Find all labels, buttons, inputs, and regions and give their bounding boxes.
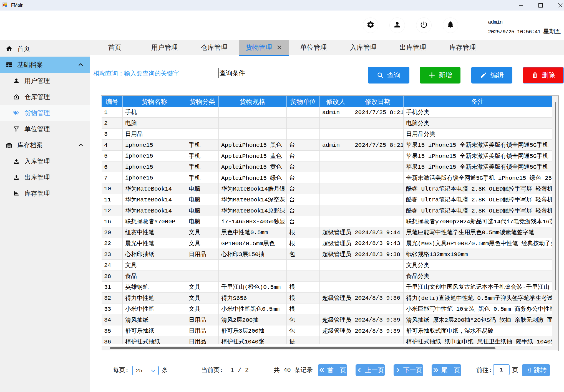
table-row[interactable]: 22晨光中性笔文具GP1008/0.5mm黑色根超级管理员2024/8/3 9:… bbox=[102, 238, 552, 249]
cell: 电脑 bbox=[186, 216, 219, 227]
sidebar-item-stock-mgmt[interactable]: 库存管理 bbox=[0, 185, 90, 201]
per-page-select[interactable]: 25 bbox=[132, 366, 159, 375]
horizontal-scrollbar[interactable] bbox=[102, 346, 552, 350]
table-column-header[interactable]: 编号 bbox=[102, 96, 123, 107]
table-row[interactable]: 11华为MateBook14电脑华为MateBook14深空灰台酷睿 Ultra… bbox=[102, 194, 552, 205]
cell bbox=[320, 271, 352, 282]
tab-stock-mgmt[interactable]: 库存管理 bbox=[438, 40, 487, 55]
settings-button[interactable] bbox=[363, 17, 378, 33]
home-icon bbox=[6, 45, 12, 52]
table-row[interactable]: 16联想拯救者Y7000P电脑i7-14650HX-4050独显台联想拯救者y7… bbox=[102, 216, 552, 227]
tab-unit-mgmt[interactable]: 单位管理 bbox=[289, 40, 338, 55]
cell bbox=[352, 172, 404, 183]
cell: 文具 bbox=[186, 293, 219, 304]
logout-button[interactable] bbox=[416, 17, 432, 33]
vertical-scrollbar[interactable] bbox=[552, 96, 558, 350]
close-button[interactable] bbox=[551, 0, 564, 11]
sidebar-item-inbound-mgmt[interactable]: 入库管理 bbox=[0, 153, 90, 169]
sidebar-item-outbound-mgmt[interactable]: 出库管理 bbox=[0, 169, 90, 185]
table-column-header[interactable]: 货物分类 bbox=[186, 96, 219, 107]
tab-user-mgmt[interactable]: 用户管理 bbox=[140, 40, 189, 55]
sidebar-item-warehouse-mgmt[interactable]: 仓库管理 bbox=[0, 89, 90, 105]
table-row[interactable]: 12华为MateBook14电脑华为MateBook14原野绿台酷睿 Ultra… bbox=[102, 205, 552, 216]
search-input[interactable] bbox=[218, 68, 360, 78]
vertical-scrollbar-thumb[interactable] bbox=[555, 102, 556, 290]
sidebar-item-label: 货物管理 bbox=[24, 109, 50, 117]
table-column-header[interactable]: 货物规格 bbox=[219, 96, 287, 107]
query-button[interactable]: 查询 bbox=[368, 67, 409, 84]
add-button[interactable]: 新增 bbox=[420, 67, 460, 84]
cell: 超级管理员 bbox=[320, 314, 352, 325]
cell: 台 bbox=[287, 183, 320, 194]
tab-close-icon[interactable] bbox=[276, 44, 282, 50]
tab-inbound-mgmt[interactable]: 入库管理 bbox=[338, 40, 388, 55]
cell: 华为MateBook14 bbox=[123, 183, 186, 194]
table-row[interactable]: 3日用品日用品分类 bbox=[102, 129, 552, 140]
table-row[interactable]: 2电脑电脑分类 bbox=[102, 118, 552, 128]
cell: 得力S656 bbox=[219, 293, 287, 304]
jump-button[interactable]: 跳转 bbox=[522, 364, 550, 376]
sidebar-item-goods-mgmt[interactable]: 货物管理 bbox=[0, 105, 90, 121]
table-row[interactable]: 32得力中性笔文具得力S656根超级管理员2024/8/3 9:36得力(del… bbox=[102, 293, 552, 304]
cell: 文具分类 bbox=[404, 260, 552, 270]
sidebar-item-label: 首页 bbox=[17, 44, 30, 53]
table-row[interactable]: 24文具文具分类 bbox=[102, 260, 552, 270]
tab-home[interactable]: 首页 bbox=[90, 40, 140, 55]
table-row[interactable]: 1手机admin2024/7/25 8:21手机分类 bbox=[102, 107, 552, 118]
angles-right-icon bbox=[433, 367, 439, 373]
sidebar-item-base-archive[interactable]: 基础档案 bbox=[0, 57, 90, 73]
table-column-header[interactable]: 备注 bbox=[404, 96, 552, 107]
cell bbox=[352, 271, 404, 282]
sidebar-item-home[interactable]: 首页 bbox=[0, 41, 90, 57]
table-row[interactable]: 4iphone15手机AppleiPhone15 黑色台admin2024/7/… bbox=[102, 140, 552, 150]
table-row[interactable]: 31英雄钢笔文具千里江山(橙色)0.5mm根千里江山文创中国风复古笔记本本子礼盒… bbox=[102, 282, 552, 292]
cell: 台 bbox=[287, 161, 320, 172]
first-page-button[interactable]: 首 页 bbox=[318, 364, 347, 376]
table-row[interactable]: 20纽赛中性笔文具黑色中性笔0.5mm根超级管理员2024/8/3 9:44黑笔… bbox=[102, 227, 552, 238]
table-row[interactable]: 10华为MateBook14电脑华为MateBook14皓月银台酷睿 Ultra… bbox=[102, 183, 552, 194]
sidebar-item-user-mgmt[interactable]: 用户管理 bbox=[0, 73, 90, 89]
tab-warehouse-mgmt[interactable]: 仓库管理 bbox=[189, 40, 239, 55]
horizontal-scrollbar-thumb[interactable] bbox=[110, 347, 495, 349]
search-hint-label: 模糊查询：输入要查询的关键字 bbox=[94, 69, 179, 78]
table-row[interactable]: 7iphone15手机AppleiPhone15 绿色台全新未激活美版有锁全网通… bbox=[102, 172, 552, 183]
cell: 2024/8/3 9:44 bbox=[352, 227, 404, 238]
tab-outbound-mgmt[interactable]: 出库管理 bbox=[388, 40, 438, 55]
cell bbox=[320, 260, 352, 270]
delete-button[interactable]: 删除 bbox=[523, 67, 564, 84]
table-row[interactable]: 23心相印抽纸日用品心相印3层150抽包超级管理员2024/8/3 9:38纸张… bbox=[102, 249, 552, 260]
cell: 台 bbox=[287, 205, 320, 216]
cell: 植护挂式抽纸 bbox=[123, 336, 186, 344]
sidebar-item-stock-archive[interactable]: 库存档案 bbox=[0, 137, 90, 153]
last-page-button[interactable]: 尾 页 bbox=[432, 364, 461, 376]
table-row[interactable]: 5iphone15手机AppleiPhone15 蓝色台苹果15 iPhone1… bbox=[102, 151, 552, 161]
table-column-header[interactable]: 货物名称 bbox=[123, 96, 186, 107]
table-row[interactable]: 28食品食品分类 bbox=[102, 271, 552, 282]
sidebar-item-unit-mgmt[interactable]: 单位管理 bbox=[0, 121, 90, 137]
table-row[interactable]: 36植护挂式抽纸日用品植护挂式1040张提植护挂式抽纸 纸巾面巾纸 悬挂卫生纸抽… bbox=[102, 336, 552, 344]
tab-goods-mgmt[interactable]: 货物管理 bbox=[239, 40, 289, 55]
next-page-button[interactable]: 下一页 bbox=[394, 364, 423, 376]
cell: 22 bbox=[102, 238, 123, 249]
table-row[interactable]: 6iphone15手机AppleiPhone15 黄色台苹果15 iPhone1… bbox=[102, 161, 552, 172]
goto-page-input[interactable] bbox=[493, 364, 510, 375]
edit-button[interactable]: 编辑 bbox=[471, 67, 512, 84]
profile-button[interactable] bbox=[389, 17, 405, 33]
maximize-button[interactable] bbox=[531, 0, 550, 11]
table-row[interactable]: 33小米中性笔文具小米中性笔黑色0.5mm根小米巨能写中性笔 10支装 黑色 0… bbox=[102, 304, 552, 314]
power-icon bbox=[420, 21, 428, 30]
prev-page-button[interactable]: 上一页 bbox=[356, 364, 385, 376]
minimize-button[interactable] bbox=[512, 0, 530, 11]
goods-table: 编号货物名称货物分类货物规格货物单位修改人修改日期备注 1手机admin2024… bbox=[101, 95, 559, 351]
table-column-header[interactable]: 货物单位 bbox=[287, 96, 320, 107]
notifications-button[interactable] bbox=[443, 17, 458, 33]
cell: 手机分类 bbox=[404, 107, 552, 118]
cell bbox=[320, 183, 352, 194]
cell: 手机 bbox=[186, 140, 219, 150]
table-column-header[interactable]: 修改日期 bbox=[352, 96, 404, 107]
cell: 文具 bbox=[186, 282, 219, 292]
cell: 电脑 bbox=[186, 205, 219, 216]
table-column-header[interactable]: 修改人 bbox=[320, 96, 352, 107]
table-row[interactable]: 34清风抽纸日用品清风2层200抽包超级管理员2024/8/3 9:39清风抽纸… bbox=[102, 314, 552, 325]
table-row[interactable]: 35舒可乐抽纸日用品舒可乐3层200抽包超级管理员2024/8/3 9:39舒可… bbox=[102, 325, 552, 336]
